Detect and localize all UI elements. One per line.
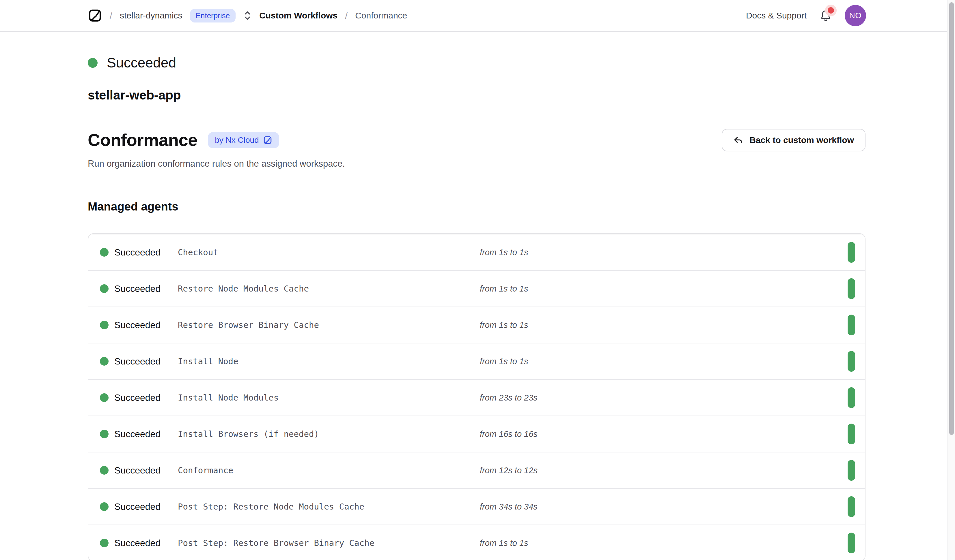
success-status-dot [100,539,108,547]
nx-cloud-app: / stellar-dynamics Enterprise Custom Wor… [0,0,955,560]
step-status-label: Succeeded [114,429,178,440]
run-status: Succeeded [88,55,866,71]
step-duration: from 1s to 1s [480,320,848,330]
workflow-description: Run organization conformance rules on th… [88,159,866,169]
success-status-dot [100,466,108,475]
step-timeline-bar [848,242,855,263]
step-status-label: Succeeded [114,284,178,294]
step-status-label: Succeeded [114,501,178,512]
success-status-dot [100,430,108,438]
step-timeline-bar [848,460,855,481]
breadcrumb-section[interactable]: Custom Workflows [259,11,338,20]
step-name: Post Step: Restore Browser Binary Cache [178,538,480,548]
top-navbar: / stellar-dynamics Enterprise Custom Wor… [0,0,955,32]
agent-step-row[interactable]: Succeeded Restore Node Modules Cache fro… [88,270,865,307]
run-status-label: Succeeded [107,55,176,71]
success-status-dot [88,58,97,68]
nx-cloud-logo-icon [263,136,272,145]
notifications-button[interactable] [819,9,832,22]
enterprise-badge: Enterprise [190,9,236,22]
step-duration: from 1s to 1s [480,284,848,293]
step-timeline-bar [848,496,855,517]
agent-step-row[interactable]: Succeeded Post Step: Restore Node Module… [88,488,865,524]
nx-cloud-logo-icon[interactable] [88,8,102,23]
step-name: Install Node Modules [178,393,480,402]
step-duration: from 1s to 1s [480,538,848,548]
return-arrow-icon [733,135,743,145]
breadcrumb: / stellar-dynamics Enterprise Custom Wor… [88,8,746,23]
agent-step-row[interactable]: Succeeded Install Browsers (if needed) f… [88,415,865,452]
success-status-dot [100,357,108,366]
step-name: Restore Browser Binary Cache [178,320,480,330]
step-name: Install Node [178,356,480,366]
step-status-label: Succeeded [114,538,178,549]
user-avatar[interactable]: NO [845,5,866,26]
step-timeline-bar [848,315,855,335]
step-timeline-bar [848,278,855,299]
agent-step-row[interactable]: Succeeded Post Step: Restore Browser Bin… [88,524,865,560]
step-name: Checkout [178,247,480,257]
success-status-dot [100,321,108,329]
page-scrollbar-thumb[interactable] [949,2,954,435]
step-name: Install Browsers (if needed) [178,429,480,439]
back-to-custom-workflow-button[interactable]: Back to custom workflow [722,129,866,151]
step-timeline-bar [848,387,855,408]
step-duration: from 16s to 16s [480,429,848,439]
notification-badge-halo [825,5,837,16]
by-nx-cloud-label: by Nx Cloud [215,136,259,145]
breadcrumb-page: Conformance [355,11,407,20]
docs-support-link[interactable]: Docs & Support [746,11,806,20]
step-status-label: Succeeded [114,465,178,476]
breadcrumb-org[interactable]: stellar-dynamics [120,11,182,20]
step-duration: from 23s to 23s [480,393,848,402]
step-name: Restore Node Modules Cache [178,284,480,293]
agent-step-row[interactable]: Succeeded Install Node from 1s to 1s [88,343,865,379]
agent-step-row[interactable]: Succeeded Restore Browser Binary Cache f… [88,307,865,343]
step-timeline-bar [848,533,855,553]
breadcrumb-separator: / [345,10,348,21]
success-status-dot [100,502,108,511]
managed-agents-heading: Managed agents [88,200,866,213]
success-status-dot [100,284,108,293]
agent-step-row[interactable]: Succeeded Conformance from 12s to 12s [88,452,865,488]
success-status-dot [100,248,108,257]
agent-step-row[interactable]: Succeeded Install Node Modules from 23s … [88,379,865,415]
success-status-dot [100,393,108,402]
step-timeline-bar [848,424,855,445]
step-status-label: Succeeded [114,393,178,403]
back-button-label: Back to custom workflow [750,135,854,145]
step-duration: from 1s to 1s [480,248,848,257]
step-status-label: Succeeded [114,356,178,367]
agent-step-row[interactable]: Succeeded Checkout from 1s to 1s [88,234,865,270]
step-duration: from 12s to 12s [480,466,848,475]
workflow-title: Conformance [88,130,197,150]
page-scrollbar-track[interactable] [947,0,955,560]
navbar-actions: Docs & Support NO [746,5,866,26]
step-status-label: Succeeded [114,247,178,258]
workspace-title: stellar-web-app [88,88,866,102]
step-timeline-bar [848,351,855,372]
step-name: Post Step: Restore Node Modules Cache [178,502,480,512]
by-nx-cloud-badge[interactable]: by Nx Cloud [208,132,279,148]
step-duration: from 34s to 34s [480,502,848,512]
main-content: Succeeded stellar-web-app Conformance by… [0,55,955,560]
org-selector-chevrons-icon[interactable] [243,10,252,21]
managed-agents-list: Succeeded Checkout from 1s to 1s Succeed… [88,233,866,560]
step-name: Conformance [178,465,480,475]
notification-dot [828,7,834,14]
breadcrumb-separator: / [110,10,112,21]
workflow-header: Conformance by Nx Cloud Back to custom w… [88,130,866,150]
step-status-label: Succeeded [114,320,178,331]
step-duration: from 1s to 1s [480,357,848,366]
